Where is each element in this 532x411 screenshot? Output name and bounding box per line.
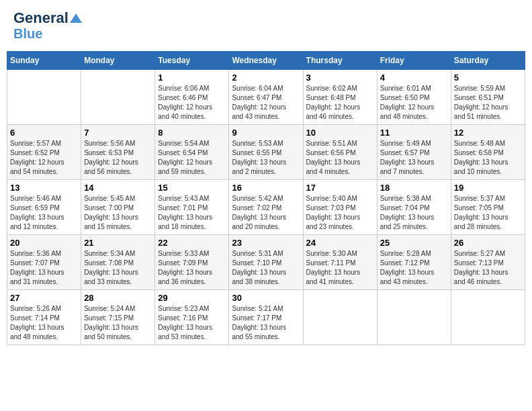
day-info: Sunrise: 5:27 AM Sunset: 7:13 PM Dayligh… [454, 249, 522, 287]
day-info: Sunrise: 5:59 AM Sunset: 6:51 PM Dayligh… [454, 84, 522, 122]
calendar-cell: 21Sunrise: 5:34 AM Sunset: 7:08 PM Dayli… [81, 235, 155, 290]
day-info: Sunrise: 5:56 AM Sunset: 6:53 PM Dayligh… [84, 139, 152, 177]
calendar-cell: 10Sunrise: 5:51 AM Sunset: 6:56 PM Dayli… [303, 125, 377, 180]
day-number: 11 [380, 128, 448, 138]
day-number: 29 [158, 293, 226, 303]
day-info: Sunrise: 5:37 AM Sunset: 7:05 PM Dayligh… [454, 194, 522, 232]
day-number: 3 [306, 73, 374, 83]
day-info: Sunrise: 5:28 AM Sunset: 7:12 PM Dayligh… [380, 249, 448, 287]
day-number: 21 [84, 238, 152, 248]
day-info: Sunrise: 5:36 AM Sunset: 7:07 PM Dayligh… [10, 249, 78, 287]
day-info: Sunrise: 5:49 AM Sunset: 6:57 PM Dayligh… [380, 139, 448, 177]
calendar-cell: 9Sunrise: 5:53 AM Sunset: 6:55 PM Daylig… [229, 125, 303, 180]
day-number: 17 [306, 183, 374, 193]
calendar-cell: 16Sunrise: 5:42 AM Sunset: 7:02 PM Dayli… [229, 180, 303, 235]
weekday-header-wednesday: Wednesday [229, 52, 303, 70]
day-number: 10 [306, 128, 374, 138]
day-number: 25 [380, 238, 448, 248]
day-info: Sunrise: 6:01 AM Sunset: 6:50 PM Dayligh… [380, 84, 448, 122]
day-info: Sunrise: 5:51 AM Sunset: 6:56 PM Dayligh… [306, 139, 374, 177]
day-number: 28 [84, 293, 152, 303]
calendar-cell: 25Sunrise: 5:28 AM Sunset: 7:12 PM Dayli… [377, 235, 451, 290]
day-number: 12 [454, 128, 522, 138]
page-header: General Blue [7, 7, 525, 44]
calendar-cell: 18Sunrise: 5:38 AM Sunset: 7:04 PM Dayli… [377, 180, 451, 235]
calendar-cell: 15Sunrise: 5:43 AM Sunset: 7:01 PM Dayli… [155, 180, 229, 235]
calendar-cell [7, 70, 81, 125]
weekday-header-saturday: Saturday [451, 52, 525, 70]
calendar-cell: 29Sunrise: 5:23 AM Sunset: 7:16 PM Dayli… [155, 290, 229, 345]
day-number: 4 [380, 73, 448, 83]
day-info: Sunrise: 5:33 AM Sunset: 7:09 PM Dayligh… [158, 249, 226, 287]
day-number: 22 [158, 238, 226, 248]
day-info: Sunrise: 5:31 AM Sunset: 7:10 PM Dayligh… [232, 249, 300, 287]
day-number: 16 [232, 183, 300, 193]
day-info: Sunrise: 5:57 AM Sunset: 6:52 PM Dayligh… [10, 139, 78, 177]
day-info: Sunrise: 6:04 AM Sunset: 6:47 PM Dayligh… [232, 84, 300, 122]
calendar-cell: 6Sunrise: 5:57 AM Sunset: 6:52 PM Daylig… [7, 125, 81, 180]
calendar-cell: 26Sunrise: 5:27 AM Sunset: 7:13 PM Dayli… [451, 235, 525, 290]
logo-text-blue: Blue [13, 26, 42, 41]
calendar-cell: 3Sunrise: 6:02 AM Sunset: 6:48 PM Daylig… [303, 70, 377, 125]
calendar-cell: 8Sunrise: 5:54 AM Sunset: 6:54 PM Daylig… [155, 125, 229, 180]
day-info: Sunrise: 5:53 AM Sunset: 6:55 PM Dayligh… [232, 139, 300, 177]
day-number: 14 [84, 183, 152, 193]
day-info: Sunrise: 5:43 AM Sunset: 7:01 PM Dayligh… [158, 194, 226, 232]
logo-text-general: General [13, 10, 69, 26]
calendar-cell: 13Sunrise: 5:46 AM Sunset: 6:59 PM Dayli… [7, 180, 81, 235]
calendar-cell: 4Sunrise: 6:01 AM Sunset: 6:50 PM Daylig… [377, 70, 451, 125]
day-info: Sunrise: 5:54 AM Sunset: 6:54 PM Dayligh… [158, 139, 226, 177]
calendar-week-row: 6Sunrise: 5:57 AM Sunset: 6:52 PM Daylig… [7, 125, 525, 180]
calendar-cell: 27Sunrise: 5:26 AM Sunset: 7:14 PM Dayli… [7, 290, 81, 345]
calendar-cell [303, 290, 377, 345]
day-number: 13 [10, 183, 78, 193]
day-number: 30 [232, 293, 300, 303]
calendar-week-row: 13Sunrise: 5:46 AM Sunset: 6:59 PM Dayli… [7, 180, 525, 235]
day-number: 18 [380, 183, 448, 193]
day-number: 7 [84, 128, 152, 138]
calendar-cell: 17Sunrise: 5:40 AM Sunset: 7:03 PM Dayli… [303, 180, 377, 235]
calendar-table: SundayMondayTuesdayWednesdayThursdayFrid… [7, 51, 525, 345]
day-info: Sunrise: 5:23 AM Sunset: 7:16 PM Dayligh… [158, 304, 226, 342]
day-info: Sunrise: 5:42 AM Sunset: 7:02 PM Dayligh… [232, 194, 300, 232]
day-number: 6 [10, 128, 78, 138]
calendar-cell: 22Sunrise: 5:33 AM Sunset: 7:09 PM Dayli… [155, 235, 229, 290]
logo: General Blue [13, 10, 82, 41]
calendar-cell: 12Sunrise: 5:48 AM Sunset: 6:58 PM Dayli… [451, 125, 525, 180]
weekday-header-tuesday: Tuesday [155, 52, 229, 70]
calendar-body: 1Sunrise: 6:06 AM Sunset: 6:46 PM Daylig… [7, 70, 525, 345]
calendar-week-row: 27Sunrise: 5:26 AM Sunset: 7:14 PM Dayli… [7, 290, 525, 345]
calendar-cell: 23Sunrise: 5:31 AM Sunset: 7:10 PM Dayli… [229, 235, 303, 290]
day-number: 19 [454, 183, 522, 193]
weekday-header-thursday: Thursday [303, 52, 377, 70]
day-number: 2 [232, 73, 300, 83]
calendar-cell: 1Sunrise: 6:06 AM Sunset: 6:46 PM Daylig… [155, 70, 229, 125]
calendar-cell [377, 290, 451, 345]
weekday-header-monday: Monday [81, 52, 155, 70]
day-info: Sunrise: 6:02 AM Sunset: 6:48 PM Dayligh… [306, 84, 374, 122]
day-info: Sunrise: 5:46 AM Sunset: 6:59 PM Dayligh… [10, 194, 78, 232]
calendar-header-row: SundayMondayTuesdayWednesdayThursdayFrid… [7, 52, 525, 70]
day-number: 24 [306, 238, 374, 248]
calendar-cell: 28Sunrise: 5:24 AM Sunset: 7:15 PM Dayli… [81, 290, 155, 345]
day-info: Sunrise: 5:38 AM Sunset: 7:04 PM Dayligh… [380, 194, 448, 232]
day-info: Sunrise: 6:06 AM Sunset: 6:46 PM Dayligh… [158, 84, 226, 122]
calendar-cell [81, 70, 155, 125]
calendar-cell: 30Sunrise: 5:21 AM Sunset: 7:17 PM Dayli… [229, 290, 303, 345]
day-info: Sunrise: 5:45 AM Sunset: 7:00 PM Dayligh… [84, 194, 152, 232]
day-number: 20 [10, 238, 78, 248]
calendar-cell: 5Sunrise: 5:59 AM Sunset: 6:51 PM Daylig… [451, 70, 525, 125]
day-info: Sunrise: 5:48 AM Sunset: 6:58 PM Dayligh… [454, 139, 522, 177]
weekday-header-friday: Friday [377, 52, 451, 70]
calendar-cell: 2Sunrise: 6:04 AM Sunset: 6:47 PM Daylig… [229, 70, 303, 125]
calendar-cell: 19Sunrise: 5:37 AM Sunset: 7:05 PM Dayli… [451, 180, 525, 235]
weekday-header-sunday: Sunday [7, 52, 81, 70]
day-number: 15 [158, 183, 226, 193]
calendar-cell: 24Sunrise: 5:30 AM Sunset: 7:11 PM Dayli… [303, 235, 377, 290]
day-info: Sunrise: 5:24 AM Sunset: 7:15 PM Dayligh… [84, 304, 152, 342]
day-info: Sunrise: 5:30 AM Sunset: 7:11 PM Dayligh… [306, 249, 374, 287]
day-number: 26 [454, 238, 522, 248]
calendar-week-row: 20Sunrise: 5:36 AM Sunset: 7:07 PM Dayli… [7, 235, 525, 290]
calendar-cell: 7Sunrise: 5:56 AM Sunset: 6:53 PM Daylig… [81, 125, 155, 180]
day-info: Sunrise: 5:26 AM Sunset: 7:14 PM Dayligh… [10, 304, 78, 342]
